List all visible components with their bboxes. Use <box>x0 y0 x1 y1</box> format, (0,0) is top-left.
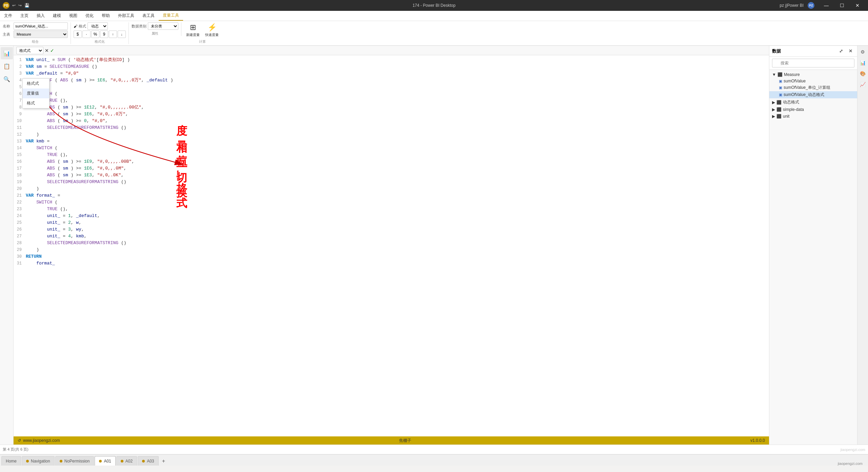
code-editor[interactable]: 1 VAR unit_ = SUM ( '动态格式'[单位类别ID] ) 2 V… <box>14 55 769 445</box>
ribbon-group-format: 🖌 格式 动态 $ · % 9 ↑ ↓ 格式化 <box>74 22 129 44</box>
visual-icon[interactable]: 📊 <box>858 58 868 67</box>
dropdown-item-measure[interactable]: 度量值 <box>23 88 49 98</box>
formula-dropdown[interactable]: 格式式 <box>16 47 43 54</box>
code-line-20: 20 ) <box>14 185 769 192</box>
group-label-calc: 计算 <box>184 39 221 44</box>
tab-home[interactable]: Home <box>1 456 21 466</box>
format-label-text: 格式 <box>79 24 86 29</box>
code-line-23: 23 TRUE (), <box>14 206 769 213</box>
tab-a01[interactable]: A01 <box>95 456 115 466</box>
tab-a01-dot <box>99 460 102 463</box>
ribbon-group-name: 名称 主表 Measure 组合 <box>3 22 71 44</box>
close-button[interactable]: ✕ <box>850 0 865 11</box>
code-line-8: 8 ABS ( sm ) >= 1E12, "#,0,,,,,,.00亿", <box>14 104 769 111</box>
formula-cancel-btn[interactable]: ✕ <box>45 48 49 53</box>
tab-navigation[interactable]: Navigation <box>22 456 55 466</box>
menu-insert[interactable]: 插入 <box>33 11 49 21</box>
version-text: v1.0.0.0 <box>750 438 765 443</box>
user-avatar[interactable]: PZ <box>808 2 814 9</box>
analytics-icon[interactable]: 📈 <box>858 80 868 89</box>
menu-view[interactable]: 视图 <box>65 11 81 21</box>
new-measure-btn[interactable]: ⊞ 新建度量 <box>184 22 202 38</box>
folder-arrow-icon-3: ▶ <box>772 107 775 112</box>
dollar-btn[interactable]: $ <box>74 31 82 38</box>
menu-external-tools[interactable]: 外部工具 <box>114 11 138 21</box>
tree-item-sumofvalue[interactable]: ▣ sumOfValue <box>769 78 857 84</box>
menu-help[interactable]: 帮助 <box>98 11 114 21</box>
code-line-3: 3 VAR _default = "#,0" <box>14 70 769 77</box>
tree-folder-simple[interactable]: ▶ ⬛ simple-data <box>769 106 857 113</box>
menu-bar: 文件 主页 插入 建模 视图 优化 帮助 外部工具 表工具 度量工具 <box>0 11 868 21</box>
dec-decimal-btn[interactable]: ↓ <box>118 31 126 38</box>
menu-table-tools[interactable]: 表工具 <box>138 11 159 21</box>
watermark-text: jiaopengzi.com <box>841 448 865 452</box>
tab-a02[interactable]: A02 <box>116 456 137 466</box>
code-line-14: 14 SWITCH ( <box>14 145 769 152</box>
tree-folder-dynamic[interactable]: ▶ ⬛ 动态格式 <box>769 98 857 106</box>
name-input[interactable] <box>14 22 68 30</box>
sidebar-report-icon[interactable]: 📊 <box>1 47 13 59</box>
folder-arrow-icon-2: ▶ <box>772 100 775 105</box>
tree-item-sumofvalue-unit[interactable]: ▣ sumOfValue_单位_计算组 <box>769 84 857 91</box>
dropdown-popup: 格式式 度量值 格式 <box>22 78 50 109</box>
table-label: 主表 <box>3 32 12 37</box>
dot-btn[interactable]: · <box>82 31 91 38</box>
app-icon: PB <box>3 2 9 9</box>
sidebar-data-icon[interactable]: 📋 <box>1 60 13 72</box>
format-select[interactable]: 动态 <box>87 22 108 30</box>
tree-folder-measure[interactable]: ▼ ⬛ Measure <box>769 71 857 78</box>
tab-a03[interactable]: A03 <box>138 456 158 466</box>
maximize-button[interactable]: ☐ <box>834 0 850 11</box>
code-line-10: 10 ABS ( sm ) >= 0, "#,0", <box>14 118 769 124</box>
code-line-30: 30 RETURN <box>14 253 769 260</box>
minimize-button[interactable]: — <box>818 0 834 11</box>
menu-home[interactable]: 主页 <box>16 11 33 21</box>
percent-btn[interactable]: % <box>91 31 99 38</box>
item-label-1: sumOfValue <box>784 79 806 83</box>
menu-optimize[interactable]: 优化 <box>81 11 98 21</box>
menu-modeling[interactable]: 建模 <box>49 11 65 21</box>
tree-item-sumofvalue-dynamic[interactable]: ▣ sumOfValue_动态格式 <box>769 91 857 98</box>
measure-icon-2: ▣ <box>779 85 782 90</box>
folder-table-icon: ⬛ <box>777 72 783 77</box>
ribbon-group-calc: ⊞ 新建度量 ⚡ 快速度量 计算 <box>184 22 223 44</box>
group-label-format: 格式化 <box>74 39 126 44</box>
dropdown-item-style[interactable]: 格式 <box>23 98 49 108</box>
panel-expand-icon[interactable]: ⤢ <box>837 47 845 55</box>
tab-a02-label: A02 <box>125 459 133 464</box>
tree-folder-unit[interactable]: ▶ ⬛ unit <box>769 113 857 120</box>
quick-access-undo[interactable]: ↩ <box>12 3 16 8</box>
window-title: 174 - Power BI Desktop <box>413 3 456 8</box>
num-btn[interactable]: 9 <box>100 31 108 38</box>
code-line-9: 9 ABS ( sm ) >= 1E6, "#,0,,.0万", <box>14 111 769 118</box>
inc-decimal-btn[interactable]: ↑ <box>109 31 117 38</box>
table-select[interactable]: Measure <box>14 31 68 38</box>
title-bar: PB ↩ ↪ 💾 174 - Power BI Desktop pz j|Pow… <box>0 0 868 11</box>
calc-buttons: ⊞ 新建度量 ⚡ 快速度量 <box>184 22 221 38</box>
quick-access-save[interactable]: 💾 <box>24 3 29 8</box>
format-icon[interactable]: 🎨 <box>858 69 868 78</box>
filter-icon[interactable]: ⚙ <box>858 47 868 57</box>
title-bar-left: PB ↩ ↪ 💾 <box>3 2 29 9</box>
menu-file[interactable]: 文件 <box>0 11 16 21</box>
code-line-22: 22 SWITCH ( <box>14 199 769 206</box>
folder-dynamic-label: 动态格式 <box>783 99 799 105</box>
dropdown-item-format[interactable]: 格式式 <box>23 79 49 88</box>
quick-access-redo[interactable]: ↪ <box>18 3 22 8</box>
currency-row: $ · % 9 ↑ ↓ <box>74 31 126 38</box>
right-panel-header: 数据 ⤢ ✕ <box>769 46 857 57</box>
tab-nopermission[interactable]: NoPermission <box>55 456 94 466</box>
search-input[interactable] <box>772 59 854 67</box>
folder-unit-label: unit <box>783 114 789 119</box>
refresh-icon: ↺ <box>18 438 21 443</box>
menu-measure-tools[interactable]: 度量工具 <box>159 11 183 21</box>
formula-confirm-btn[interactable]: ✓ <box>50 48 54 53</box>
url-text: www.jiaopengzi.com <box>23 438 60 443</box>
panel-close-icon[interactable]: ✕ <box>846 47 854 55</box>
watermark-bottom: jiaopengzi.com <box>834 461 867 466</box>
add-tab-button[interactable]: + <box>159 457 168 466</box>
quick-measure-btn[interactable]: ⚡ 快速度量 <box>203 22 221 38</box>
classify-select[interactable]: 未分类 <box>148 22 178 30</box>
sidebar-model-icon[interactable]: 🔍 <box>1 73 13 85</box>
bottom-info-bar: ↺ www.jiaopengzi.com 焦棚子 v1.0.0.0 <box>14 436 769 445</box>
